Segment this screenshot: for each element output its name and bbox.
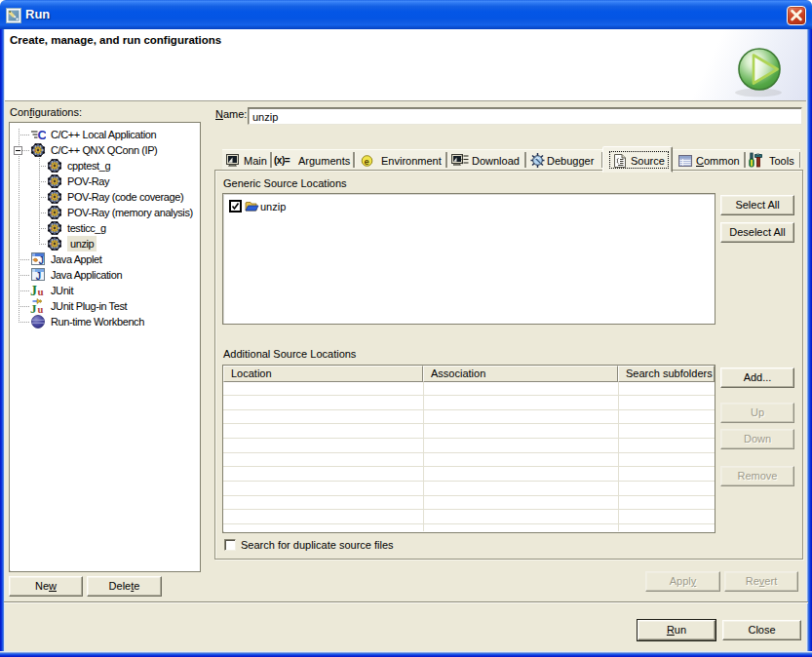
svg-text:e: e (365, 156, 369, 167)
svg-text:u: u (38, 286, 44, 297)
svg-text:J: J (30, 284, 37, 298)
svg-text:u: u (38, 304, 44, 314)
svg-text:J: J (36, 271, 42, 282)
svg-text:J: J (39, 255, 45, 266)
svg-text:J: J (30, 301, 37, 314)
svg-text:C: C (38, 128, 47, 142)
svg-text:(x)=: (x)= (274, 155, 290, 166)
